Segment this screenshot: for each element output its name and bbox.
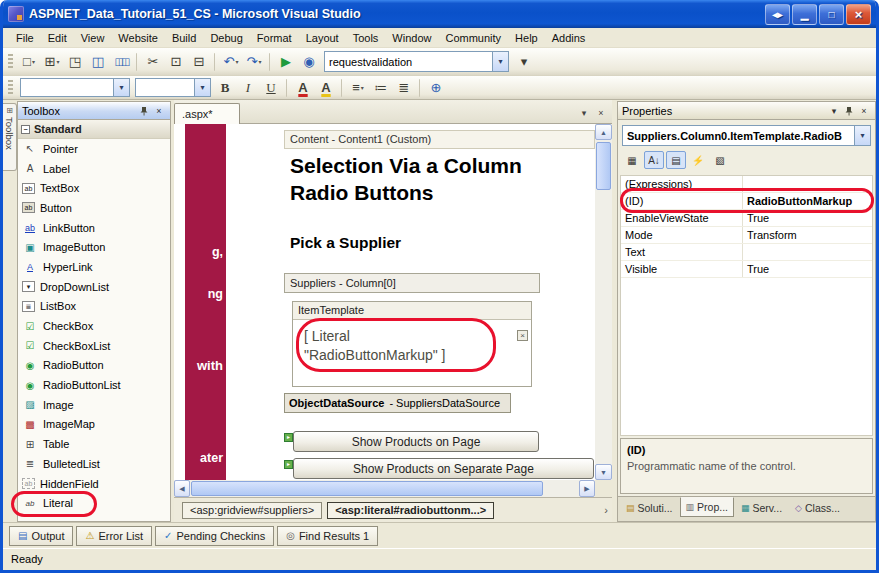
scroll-left-icon[interactable]: ◀ (174, 480, 190, 497)
menu-website[interactable]: Website (111, 30, 165, 46)
toolbox-item-listbox[interactable]: ≣ ListBox (18, 297, 170, 317)
font-combobox[interactable]: ▾ (135, 78, 211, 97)
menu-view[interactable]: View (74, 30, 112, 46)
menu-tools[interactable]: Tools (346, 30, 386, 46)
property-row-id[interactable]: (ID) RadioButtonMarkup (621, 193, 872, 210)
toolbox-item-radiobutton[interactable]: ◉ RadioButton (18, 356, 170, 376)
menu-debug[interactable]: Debug (203, 30, 249, 46)
toolbox-item-dropdownlist[interactable]: ▾ DropDownList (18, 277, 170, 297)
highlight-icon[interactable]: A (315, 77, 337, 98)
combobox-dropdown-icon[interactable]: ▾ (492, 52, 508, 71)
minimize-icon[interactable]: ▁ (792, 4, 817, 25)
toolbox-item-literal[interactable]: ab Literal (18, 493, 170, 513)
scrollbar-thumb[interactable] (191, 481, 543, 496)
pin-icon[interactable] (137, 104, 151, 117)
pin-icon[interactable] (842, 104, 856, 117)
tab-class-view[interactable]: ◇ Class... (789, 498, 846, 518)
menu-layout[interactable]: Layout (299, 30, 346, 46)
properties-button-icon[interactable]: ▤ (666, 151, 686, 169)
toolbox-close-icon[interactable]: × (152, 104, 166, 117)
menu-build[interactable]: Build (165, 30, 203, 46)
literal-control[interactable]: [ Literal "RadioButtonMarkup" ] (304, 327, 482, 365)
tab-find-results-1[interactable]: ◎ Find Results 1 (277, 526, 378, 546)
scroll-down-icon[interactable]: ▼ (595, 464, 612, 480)
combobox-dropdown-icon[interactable]: ▾ (113, 79, 129, 96)
template-close-icon[interactable]: × (517, 330, 528, 341)
vertical-scrollbar[interactable]: ▲ ▼ (595, 124, 612, 480)
content-placeholder-header[interactable]: Content - Content1 (Custom) (284, 130, 595, 149)
tab-error-list[interactable]: ⚠ Error List (76, 526, 152, 546)
property-row-mode[interactable]: Mode Transform (621, 227, 872, 244)
toolbox-item-button[interactable]: ab Button (18, 198, 170, 218)
design-surface[interactable]: g, ng with ater Content - Content1 (Cust… (174, 124, 595, 480)
autohide-tab-toolbox[interactable]: ⊞ Toolbox (3, 103, 17, 171)
add-item-icon[interactable]: ⊞ (41, 51, 63, 72)
new-item-icon[interactable]: □ (18, 51, 40, 72)
save-all-icon[interactable]: ◫◫ (110, 51, 132, 72)
toolbar-grip[interactable] (8, 80, 13, 96)
toolbox-item-imagemap[interactable]: ▩ ImageMap (18, 415, 170, 435)
property-row-expressions[interactable]: (Expressions) (621, 176, 872, 193)
file-list-dropdown-icon[interactable]: ▾ (577, 106, 591, 120)
combobox-dropdown-icon[interactable]: ▾ (854, 126, 870, 145)
toolbox-item-label[interactable]: A Label (18, 159, 170, 179)
underline-icon[interactable]: U (260, 77, 282, 98)
itemtemplate-editor[interactable]: ItemTemplate × [ Literal "RadioButtonMar… (292, 301, 532, 387)
alphabetical-icon[interactable]: A↓ (644, 151, 664, 169)
bold-icon[interactable]: B (214, 77, 236, 98)
properties-titlebar[interactable]: Properties ▾ × (617, 101, 876, 120)
toolbar-grip[interactable] (8, 54, 13, 70)
property-row-text[interactable]: Text (621, 244, 872, 261)
menu-edit[interactable]: Edit (41, 30, 74, 46)
tagnav-overflow-icon[interactable]: › (604, 504, 612, 516)
tab-output[interactable]: ▤ Output (9, 526, 73, 546)
gridview-column-header[interactable]: Suppliers - Column[0] (284, 273, 540, 293)
menu-addins[interactable]: Addins (545, 30, 593, 46)
copy-icon[interactable]: ⊡ (165, 51, 187, 72)
cut-icon[interactable]: ✂ (142, 51, 164, 72)
window-arrows-icon[interactable]: ◂▸ (765, 4, 790, 25)
tab-pending-checkins[interactable]: ✓ Pending Checkins (155, 526, 274, 546)
toolbar-options-icon[interactable]: ▾ (513, 51, 535, 72)
close-icon[interactable]: × (846, 4, 871, 25)
start-debug-icon[interactable]: ▶ (275, 51, 297, 72)
toolbox-item-hyperlink[interactable]: A HyperLink (18, 257, 170, 277)
bullet-list-icon[interactable]: ≣ (393, 77, 415, 98)
redo-icon[interactable]: ↷ (243, 51, 265, 72)
properties-close-icon[interactable]: × (857, 104, 871, 117)
scroll-up-icon[interactable]: ▲ (595, 124, 612, 140)
menu-community[interactable]: Community (438, 30, 508, 46)
menu-help[interactable]: Help (508, 30, 545, 46)
property-pages-icon[interactable]: ▧ (710, 151, 730, 169)
scrollbar-thumb[interactable] (596, 142, 611, 190)
show-products-separate-page-button[interactable]: Show Products on Separate Page (293, 458, 594, 479)
tab-solution-explorer[interactable]: ▤ Soluti... (620, 498, 679, 518)
save-icon[interactable]: ◫ (87, 51, 109, 72)
toolbox-item-pointer[interactable]: ↖ Pointer (18, 139, 170, 159)
toolbox-item-hiddenfield[interactable]: ab HiddenField (18, 474, 170, 494)
toolbox-item-linkbutton[interactable]: ab LinkButton (18, 218, 170, 238)
window-position-icon[interactable]: ▾ (827, 104, 841, 117)
browse-icon[interactable]: ◉ (298, 51, 320, 72)
toolbox-group-standard[interactable]: − Standard (18, 120, 170, 139)
toolbox-item-checkbox[interactable]: ☑ CheckBox (18, 316, 170, 336)
target-rule-combobox[interactable]: ▾ (20, 78, 130, 97)
document-tab-aspx[interactable]: .aspx* (174, 103, 240, 124)
document-close-icon[interactable]: × (594, 106, 608, 120)
toolbox-titlebar[interactable]: Toolbox × (17, 101, 171, 120)
font-color-icon[interactable]: A (292, 77, 314, 98)
menu-window[interactable]: Window (385, 30, 438, 46)
horizontal-scrollbar[interactable]: ◀ ▶ (174, 480, 595, 497)
numbered-list-icon[interactable]: ≔ (370, 77, 392, 98)
tag-literal-radiobuttonmarkup[interactable]: <asp:literal#radiobuttonm...> (327, 502, 494, 519)
menu-format[interactable]: Format (250, 30, 299, 46)
align-icon[interactable]: ≡ (347, 77, 369, 98)
object-selector-combobox[interactable]: Suppliers.Column0.ItemTemplate.RadioB ▾ (622, 125, 871, 146)
events-icon[interactable]: ⚡ (688, 151, 708, 169)
tab-server-explorer[interactable]: ▦ Serv... (735, 498, 788, 518)
show-products-on-page-button[interactable]: Show Products on Page (293, 431, 539, 452)
toolbox-item-imagebutton[interactable]: ▣ ImageButton (18, 237, 170, 257)
titlebar[interactable]: ASPNET_Data_Tutorial_51_CS - Microsoft V… (3, 0, 876, 28)
italic-icon[interactable]: I (237, 77, 259, 98)
maximize-icon[interactable]: □ (819, 4, 844, 25)
